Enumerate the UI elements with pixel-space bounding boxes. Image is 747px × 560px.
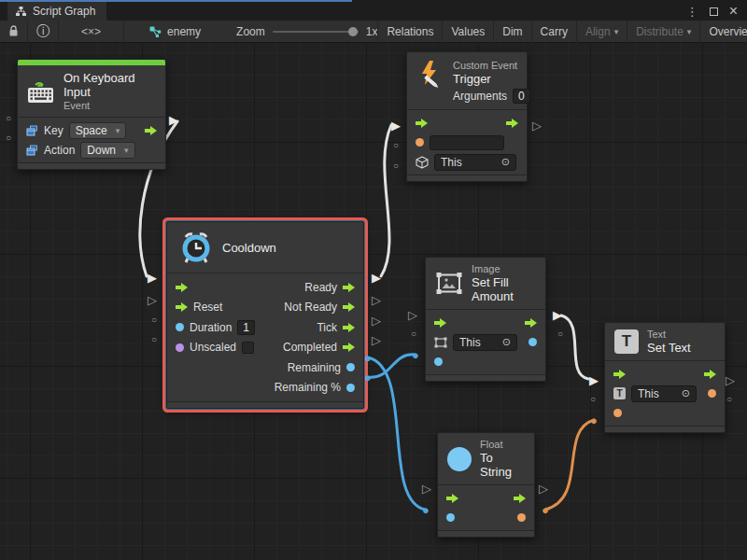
node-footer — [18, 162, 165, 169]
ext-port-cooldown-remaining-pct[interactable]: ● — [364, 371, 372, 384]
close-icon[interactable]: × — [729, 3, 738, 20]
not-ready-output-port[interactable] — [343, 302, 355, 312]
ext-port-float-result-out[interactable]: ● — [542, 504, 549, 516]
flow-output-port[interactable] — [514, 494, 526, 503]
custom-event-icon — [416, 60, 444, 90]
ext-port-float-flow-out[interactable]: ▷ — [539, 483, 548, 495]
remaining-output-port[interactable] — [346, 363, 355, 371]
flow-output-port[interactable] — [525, 318, 537, 328]
node-text-set-text[interactable]: T Text Set Text T This ⊙ — [604, 322, 726, 433]
zoom-slider[interactable] — [273, 31, 359, 33]
ext-port-custom-event-out[interactable]: ▷ — [532, 119, 542, 132]
ext-port-image-target-out[interactable]: ○ — [557, 329, 563, 339]
enum-icon — [26, 125, 38, 136]
values-button[interactable]: Values — [443, 21, 494, 43]
ext-port-keyboard-trigger-out[interactable]: ▶ — [169, 114, 178, 126]
ext-port-image-target-in[interactable]: ○ — [411, 329, 416, 339]
ext-port-cooldown-unscaled[interactable]: ○ — [151, 335, 157, 344]
object-picker-icon[interactable]: ⊙ — [682, 387, 690, 399]
action-dropdown[interactable]: Down ▾ — [80, 142, 134, 159]
zoom-slider-handle[interactable] — [348, 27, 358, 36]
tab-script-graph[interactable]: Script Graph — [7, 2, 106, 21]
ready-label: Ready — [304, 281, 337, 294]
node-image-set-fill-amount[interactable]: Image Set Fill Amount This — [425, 257, 546, 382]
dim-button[interactable]: Dim — [494, 21, 531, 43]
string-input-port[interactable] — [416, 138, 424, 147]
ext-port-cooldown-ready[interactable]: ▶ — [372, 272, 381, 284]
ext-port-text-value-in[interactable]: ● — [590, 414, 598, 427]
info-button[interactable]: ⓘ — [28, 21, 59, 43]
ext-port-float-flow-in[interactable]: ▷ — [422, 483, 431, 495]
flow-output-port[interactable] — [704, 370, 716, 379]
ext-port-event-name-in[interactable]: ○ — [393, 141, 399, 150]
image-output-port[interactable] — [529, 338, 537, 346]
flow-input-port[interactable] — [613, 370, 626, 379]
flow-input-port[interactable] — [434, 318, 446, 328]
event-name-field[interactable] — [430, 135, 504, 150]
object-picker-icon[interactable]: ⊙ — [502, 336, 511, 348]
ext-port-cooldown-remaining[interactable]: ● — [364, 352, 372, 364]
flow-input-port[interactable] — [416, 119, 428, 128]
fill-amount-input-port[interactable] — [434, 357, 443, 366]
ext-port-image-flow-in[interactable]: ▷ — [408, 309, 417, 321]
key-dropdown[interactable]: Space ▾ — [69, 122, 127, 139]
ext-port-cooldown-reset[interactable]: ▷ — [148, 294, 157, 306]
maximize-icon[interactable] — [710, 7, 718, 16]
ext-port-text-flow-out[interactable]: ▷ — [726, 374, 735, 386]
ext-port-cooldown-completed[interactable]: ▷ — [372, 334, 381, 346]
node-custom-event-trigger[interactable]: Custom Event Trigger Arguments 0 — [406, 51, 528, 182]
ext-port-action-input[interactable]: ○ — [6, 133, 11, 143]
ext-port-text-target-in[interactable]: ○ — [590, 395, 596, 404]
completed-output-port[interactable] — [343, 343, 355, 352]
node-on-keyboard-input[interactable]: On Keyboard Input Event Key Space ▾ — [17, 59, 166, 170]
carry-button[interactable]: Carry — [532, 21, 577, 43]
align-dropdown[interactable]: Align▾ — [577, 21, 627, 43]
ext-port-custom-event-in[interactable]: ▶ — [391, 119, 401, 132]
unscaled-checkbox[interactable] — [242, 342, 254, 354]
ext-port-image-flow-out[interactable]: ▶ — [553, 309, 562, 321]
target-field[interactable]: This ⊙ — [453, 334, 517, 351]
object-picker-icon[interactable]: ⊙ — [501, 156, 510, 168]
tick-output-port[interactable] — [343, 323, 355, 332]
node-float-to-string[interactable]: Float To String — [437, 432, 535, 538]
remaining-pct-output-port[interactable] — [346, 384, 355, 392]
ext-port-float-value-in[interactable]: ● — [422, 504, 430, 516]
ext-port-text-target-out[interactable]: ○ — [726, 395, 732, 404]
ext-port-key-input[interactable]: ○ — [6, 114, 11, 123]
trigger-output-port[interactable] — [145, 126, 157, 135]
overview-button[interactable]: Overview — [700, 21, 747, 43]
ext-port-text-flow-in[interactable]: ▶ — [589, 374, 599, 386]
script-graph-window: Script Graph ⋮ × ⓘ <×> e — [0, 0, 747, 560]
graph-breadcrumb[interactable]: enemy — [148, 25, 201, 38]
duration-field[interactable]: 1 — [237, 320, 255, 335]
float-input-port[interactable] — [446, 513, 455, 522]
target-field[interactable]: This ⊙ — [631, 385, 697, 402]
text-input-port[interactable] — [613, 409, 622, 417]
ext-port-cooldown-tick[interactable]: ▷ — [372, 315, 381, 327]
graph-canvas[interactable]: On Keyboard Input Event Key Space ▾ — [0, 43, 747, 560]
relations-button[interactable]: Relations — [377, 21, 443, 43]
distribute-dropdown[interactable]: Distribute▾ — [627, 21, 700, 43]
enter-flow-input-port[interactable] — [176, 283, 188, 292]
target-field[interactable]: This ⊙ — [434, 154, 516, 171]
lock-button[interactable] — [0, 21, 28, 43]
unscaled-input-port[interactable] — [176, 343, 184, 352]
ready-output-port[interactable] — [343, 283, 355, 292]
flow-output-port[interactable] — [506, 119, 518, 128]
key-port-row: Key Space ▾ — [18, 120, 165, 140]
code-preview-button[interactable]: <×> — [59, 21, 124, 43]
ext-port-cooldown-enter[interactable]: ▶ — [148, 272, 157, 284]
arguments-field[interactable]: 0 — [513, 89, 530, 104]
ext-port-cooldown-duration[interactable]: ○ — [151, 315, 157, 325]
flow-input-port[interactable] — [446, 494, 458, 503]
reset-flow-input-port[interactable] — [176, 302, 188, 312]
text-output-port[interactable] — [708, 389, 716, 398]
node-cooldown[interactable]: Cooldown Ready Reset Not Ready — [166, 221, 364, 409]
ext-port-event-target-in[interactable]: ○ — [393, 161, 399, 171]
string-output-port[interactable] — [517, 513, 526, 522]
window-menu-icon[interactable]: ⋮ — [686, 5, 698, 19]
node-footer — [605, 426, 725, 432]
duration-input-port[interactable] — [176, 323, 184, 331]
ext-port-image-fill-in[interactable]: ● — [412, 349, 419, 361]
ext-port-cooldown-not-ready[interactable]: ▷ — [372, 294, 381, 306]
